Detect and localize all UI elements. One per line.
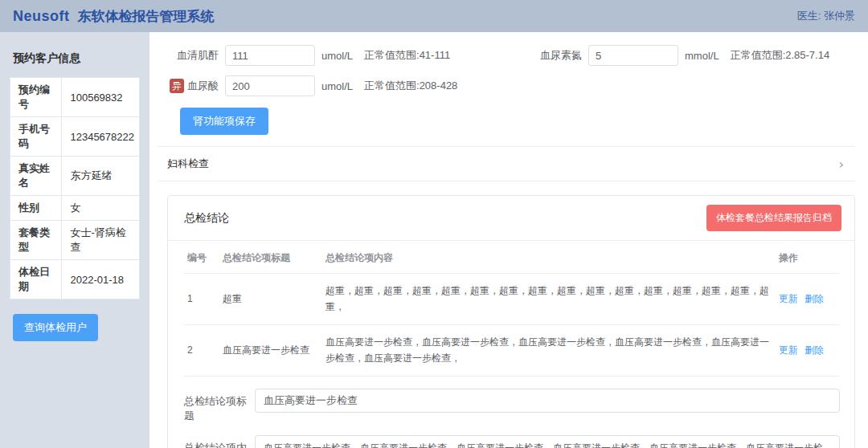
serum-creatinine-input[interactable] bbox=[225, 45, 315, 66]
field-value: 12345678222 bbox=[62, 117, 140, 157]
field-label: 手机号码 bbox=[10, 117, 62, 157]
abnormal-badge-icon: 异 bbox=[170, 79, 184, 93]
field-label: 体检日期 bbox=[10, 260, 62, 299]
conclusion-content-textarea[interactable]: 血压高要进一步检查，血压高要进一步检查，血压高要进一步检查，血压高要进一步检查，… bbox=[255, 435, 840, 448]
field-label: 套餐类型 bbox=[10, 221, 62, 260]
table-row: 体检日期 2022-01-18 bbox=[10, 260, 140, 299]
brand-logo: Neusoft bbox=[13, 8, 70, 25]
delete-link[interactable]: 删除 bbox=[805, 344, 824, 356]
lab-label: 血尿素氮 bbox=[540, 48, 582, 63]
conclusion-panel-header: 总检结论 体检套餐总检结果报告归档 bbox=[168, 196, 854, 241]
lab-unit: umol/L bbox=[321, 80, 353, 92]
table-row: 预约编号 100569832 bbox=[10, 78, 140, 117]
lab-item-serum-creatinine: 血清肌酐 umol/L 正常值范围:41-111 bbox=[158, 45, 521, 66]
row-id: 2 bbox=[184, 324, 219, 376]
row-actions: 更新删除 bbox=[776, 274, 840, 325]
row-content: 血压高要进一步检查，血压高要进一步检查，血压高要进一步检查，血压高要进一步检查，… bbox=[322, 324, 776, 376]
field-value: 100569832 bbox=[62, 78, 140, 117]
conclusion-panel: 总检结论 体检套餐总检结果报告归档 编号 总检结论项标题 总检结论项内容 操作 bbox=[167, 195, 855, 448]
row-id: 1 bbox=[184, 274, 219, 325]
customer-info-sidebar: 预约客户信息 预约编号 100569832 手机号码 12345678222 真… bbox=[0, 32, 149, 448]
lab-label: 血尿酸 bbox=[187, 79, 219, 93]
main-content: 血清肌酐 umol/L 正常值范围:41-111 血尿素氮 mmol/L 正常值… bbox=[149, 32, 868, 448]
field-label: 预约编号 bbox=[10, 78, 62, 117]
lab-normal-range: 正常值范围:2.85-7.14 bbox=[731, 48, 830, 63]
conclusion-title-label: 总检结论项标题 bbox=[184, 389, 255, 423]
field-value: 东方延绪 bbox=[62, 157, 140, 196]
renal-function-section: 血清肌酐 umol/L 正常值范围:41-111 血尿素氮 mmol/L 正常值… bbox=[158, 42, 855, 135]
doctor-label: 医生: 张仲景 bbox=[797, 9, 855, 23]
archive-report-button[interactable]: 体检套餐总检结果报告归档 bbox=[706, 205, 841, 231]
renal-save-button[interactable]: 肾功能项保存 bbox=[180, 108, 268, 135]
column-header-title: 总检结论项标题 bbox=[219, 241, 322, 274]
lab-item-blood-uric-acid: 异 血尿酸 umol/L 正常值范围:208-428 bbox=[158, 75, 521, 96]
chevron-right-icon: › bbox=[839, 157, 844, 172]
column-header-content: 总检结论项内容 bbox=[322, 241, 776, 274]
row-title: 超重 bbox=[219, 274, 322, 325]
update-link[interactable]: 更新 bbox=[779, 293, 798, 304]
table-row: 真实姓名 东方延绪 bbox=[10, 157, 140, 196]
conclusion-title-input[interactable] bbox=[255, 389, 840, 413]
query-exam-user-button[interactable]: 查询体检用户 bbox=[13, 314, 98, 341]
sidebar-title: 预约客户信息 bbox=[10, 48, 140, 77]
gynecology-collapse-row[interactable]: 妇科检查 › bbox=[158, 146, 855, 181]
row-actions: 更新删除 bbox=[776, 324, 840, 376]
field-value: 2022-01-18 bbox=[62, 260, 140, 299]
blood-urea-nitrogen-input[interactable] bbox=[588, 45, 678, 66]
app-brand: Neusoft 东软体检报告管理系统 bbox=[13, 7, 215, 26]
lab-label: 血清肌酐 bbox=[177, 48, 219, 63]
table-row: 手机号码 12345678222 bbox=[10, 117, 140, 157]
conclusion-content-label: 总检结论项内容 bbox=[184, 435, 255, 448]
table-row: 性别 女 bbox=[10, 196, 140, 221]
column-header-actions: 操作 bbox=[776, 241, 840, 274]
gynecology-section-title: 妇科检查 bbox=[167, 157, 209, 171]
field-value: 女士-肾病检查 bbox=[62, 221, 140, 260]
lab-unit: umol/L bbox=[321, 50, 353, 62]
field-label: 性别 bbox=[10, 196, 62, 221]
lab-unit: mmol/L bbox=[685, 50, 719, 62]
lab-normal-range: 正常值范围:41-111 bbox=[364, 48, 450, 63]
blood-uric-acid-input[interactable] bbox=[225, 75, 315, 96]
table-row: 1 超重 超重，超重，超重，超重，超重，超重，超重，超重，超重，超重，超重，超重… bbox=[184, 274, 840, 325]
column-header-id: 编号 bbox=[184, 241, 219, 274]
row-content: 超重，超重，超重，超重，超重，超重，超重，超重，超重，超重，超重，超重，超重，超… bbox=[322, 274, 776, 325]
table-row: 套餐类型 女士-肾病检查 bbox=[10, 221, 140, 260]
lab-item-blood-urea-nitrogen: 血尿素氮 mmol/L 正常值范围:2.85-7.14 bbox=[521, 45, 855, 66]
row-title: 血压高要进一步检查 bbox=[219, 324, 322, 376]
lab-normal-range: 正常值范围:208-428 bbox=[364, 79, 457, 93]
app-header: Neusoft 东软体检报告管理系统 医生: 张仲景 bbox=[0, 0, 868, 32]
page-title: 东软体检报告管理系统 bbox=[78, 7, 215, 26]
field-label: 真实姓名 bbox=[10, 157, 62, 196]
table-row: 2 血压高要进一步检查 血压高要进一步检查，血压高要进一步检查，血压高要进一步检… bbox=[184, 324, 840, 376]
update-link[interactable]: 更新 bbox=[779, 344, 798, 356]
customer-info-table: 预约编号 100569832 手机号码 12345678222 真实姓名 东方延… bbox=[10, 77, 140, 299]
conclusion-table: 编号 总检结论项标题 总检结论项内容 操作 1 超重 超重，超重，超重，超重，超… bbox=[184, 241, 840, 377]
delete-link[interactable]: 删除 bbox=[805, 293, 824, 304]
conclusion-title: 总检结论 bbox=[184, 211, 229, 226]
field-value: 女 bbox=[62, 196, 140, 221]
table-header-row: 编号 总检结论项标题 总检结论项内容 操作 bbox=[184, 241, 840, 274]
